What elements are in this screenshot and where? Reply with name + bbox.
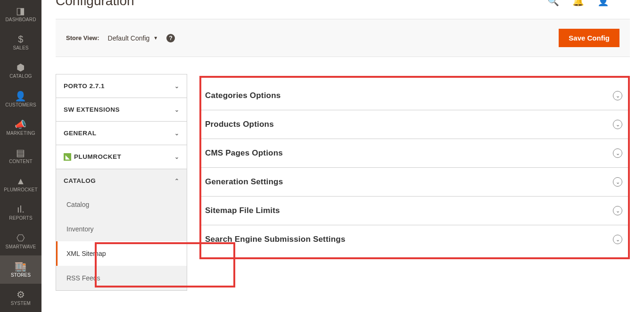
section-title: Categories Options bbox=[205, 91, 281, 100]
nav-label: SMARTWAVE bbox=[6, 245, 36, 249]
config-group-label: ◣PLUMROCKET bbox=[64, 153, 121, 161]
content-icon: ▤ bbox=[16, 148, 25, 157]
plumrocket-badge-icon: ◣ bbox=[64, 153, 71, 161]
plumrocket-icon: ▲ bbox=[16, 176, 25, 186]
page-title: Configuration bbox=[56, 0, 134, 8]
config-group-porto: PORTO 2.7.1 ⌄ bbox=[56, 74, 187, 98]
store-view-left: Store View: Default Config ▼ ? bbox=[66, 34, 175, 42]
config-sub-inventory[interactable]: Inventory bbox=[56, 217, 187, 241]
header-actions: 🔍 🔔 👤 bbox=[547, 0, 609, 7]
section-categories-options[interactable]: Categories Options ⌄ bbox=[201, 82, 628, 110]
nav-label: SYSTEM bbox=[11, 301, 31, 306]
system-icon: ⚙ bbox=[17, 290, 25, 299]
nav-dashboard[interactable]: ◨ DASHBOARD bbox=[0, 0, 41, 28]
nav-label: CATALOG bbox=[9, 74, 32, 79]
section-sitemap-file-limits[interactable]: Sitemap File Limits ⌄ bbox=[201, 197, 628, 225]
nav-sales[interactable]: $ SALES bbox=[0, 28, 41, 57]
expand-icon: ⌄ bbox=[613, 206, 622, 215]
config-group-plumrocket: ◣PLUMROCKET ⌄ bbox=[56, 145, 187, 169]
store-view-value: Default Config bbox=[108, 34, 150, 42]
config-group-label: PORTO 2.7.1 bbox=[64, 82, 105, 90]
nav-label: MARKETING bbox=[6, 131, 35, 136]
config-group-head[interactable]: ◣PLUMROCKET ⌄ bbox=[56, 145, 187, 169]
user-icon[interactable]: 👤 bbox=[597, 0, 609, 7]
nav-label: STORES bbox=[11, 273, 31, 278]
store-view-label: Store View: bbox=[66, 34, 99, 41]
expand-icon: ⌄ bbox=[613, 91, 622, 100]
config-sub-xmlsitemap[interactable]: XML Sitemap bbox=[56, 241, 187, 266]
section-title: Sitemap File Limits bbox=[205, 206, 280, 215]
main-content: Configuration 🔍 🔔 👤 Store View: Default … bbox=[41, 0, 644, 312]
nav-content[interactable]: ▤ CONTENT bbox=[0, 142, 41, 170]
caret-down-icon: ▼ bbox=[153, 35, 158, 41]
help-icon[interactable]: ? bbox=[166, 34, 175, 42]
store-view-bar: Store View: Default Config ▼ ? Save Conf… bbox=[56, 19, 630, 57]
nav-label: DASHBOARD bbox=[5, 17, 36, 22]
section-cms-pages-options[interactable]: CMS Pages Options ⌄ bbox=[201, 139, 628, 168]
section-title: Products Options bbox=[205, 120, 274, 129]
config-group-label: GENERAL bbox=[64, 130, 97, 137]
admin-sidebar: ◨ DASHBOARD $ SALES ⬢ CATALOG 👤 CUSTOMER… bbox=[0, 0, 41, 312]
smartwave-icon: ⎔ bbox=[17, 233, 25, 243]
nav-label: SALES bbox=[13, 46, 28, 50]
expand-icon: ⌄ bbox=[613, 120, 622, 129]
bell-icon[interactable]: 🔔 bbox=[572, 0, 584, 7]
section-title: Search Engine Submission Settings bbox=[205, 235, 346, 244]
config-columns: PORTO 2.7.1 ⌄ SW EXTENSIONS ⌄ GENERAL ⌄ … bbox=[56, 74, 630, 291]
config-group-general: GENERAL ⌄ bbox=[56, 122, 187, 145]
nav-label: CUSTOMERS bbox=[5, 103, 36, 107]
nav-reports[interactable]: ıl. REPORTS bbox=[0, 198, 41, 227]
config-sections: Categories Options ⌄ Products Options ⌄ … bbox=[199, 74, 630, 291]
config-group-head[interactable]: SW EXTENSIONS ⌄ bbox=[56, 98, 187, 121]
nav-system[interactable]: ⚙ SYSTEM bbox=[0, 284, 41, 312]
store-view-select[interactable]: Default Config ▼ bbox=[108, 34, 158, 42]
config-nav: PORTO 2.7.1 ⌄ SW EXTENSIONS ⌄ GENERAL ⌄ … bbox=[56, 74, 187, 291]
config-group-label: CATALOG bbox=[64, 177, 96, 184]
nav-stores[interactable]: 🏬 STORES bbox=[0, 255, 41, 284]
chevron-down-icon: ⌄ bbox=[174, 107, 180, 113]
section-search-engine-submission[interactable]: Search Engine Submission Settings ⌄ bbox=[201, 225, 628, 254]
search-icon[interactable]: 🔍 bbox=[547, 0, 559, 7]
config-group-head[interactable]: CATALOG ⌃ bbox=[56, 169, 187, 192]
save-config-button[interactable]: Save Config bbox=[559, 29, 619, 47]
chevron-down-icon: ⌄ bbox=[174, 154, 180, 160]
nav-smartwave[interactable]: ⎔ SMARTWAVE bbox=[0, 227, 41, 255]
nav-label: PLUMROCKET bbox=[4, 188, 37, 192]
nav-catalog[interactable]: ⬢ CATALOG bbox=[0, 57, 41, 85]
config-subitems: Catalog Inventory XML Sitemap RSS Feeds bbox=[56, 192, 187, 290]
customers-icon: 👤 bbox=[15, 91, 26, 101]
section-title: Generation Settings bbox=[205, 177, 283, 187]
config-sub-catalog[interactable]: Catalog bbox=[56, 192, 187, 217]
marketing-icon: 📣 bbox=[15, 120, 26, 129]
section-generation-settings[interactable]: Generation Settings ⌄ bbox=[201, 168, 628, 197]
nav-label: CONTENT bbox=[9, 159, 33, 164]
config-group-head[interactable]: PORTO 2.7.1 ⌄ bbox=[56, 74, 187, 98]
sales-icon: $ bbox=[18, 34, 23, 44]
expand-icon: ⌄ bbox=[613, 235, 622, 244]
nav-marketing[interactable]: 📣 MARKETING bbox=[0, 114, 41, 142]
nav-customers[interactable]: 👤 CUSTOMERS bbox=[0, 85, 41, 114]
section-title: CMS Pages Options bbox=[205, 148, 283, 158]
expand-icon: ⌄ bbox=[613, 177, 622, 187]
chevron-up-icon: ⌃ bbox=[174, 178, 180, 184]
chevron-down-icon: ⌄ bbox=[174, 130, 180, 137]
config-group-catalog: CATALOG ⌃ Catalog Inventory XML Sitemap … bbox=[56, 169, 187, 290]
catalog-icon: ⬢ bbox=[17, 63, 25, 72]
reports-icon: ıl. bbox=[17, 205, 25, 214]
config-group-label: SW EXTENSIONS bbox=[64, 106, 120, 113]
dashboard-icon: ◨ bbox=[16, 6, 25, 16]
config-group-head[interactable]: GENERAL ⌄ bbox=[56, 122, 187, 145]
stores-icon: 🏬 bbox=[15, 262, 26, 271]
section-products-options[interactable]: Products Options ⌄ bbox=[201, 110, 628, 139]
nav-label: REPORTS bbox=[9, 216, 33, 221]
chevron-down-icon: ⌄ bbox=[174, 83, 180, 90]
nav-plumrocket[interactable]: ▲ PLUMROCKET bbox=[0, 170, 41, 198]
sections-highlight-box: Categories Options ⌄ Products Options ⌄ … bbox=[199, 76, 630, 259]
page-title-row: Configuration 🔍 🔔 👤 bbox=[56, 0, 630, 6]
config-group-sw: SW EXTENSIONS ⌄ bbox=[56, 98, 187, 122]
expand-icon: ⌄ bbox=[613, 148, 622, 158]
config-sub-rss[interactable]: RSS Feeds bbox=[56, 266, 187, 290]
